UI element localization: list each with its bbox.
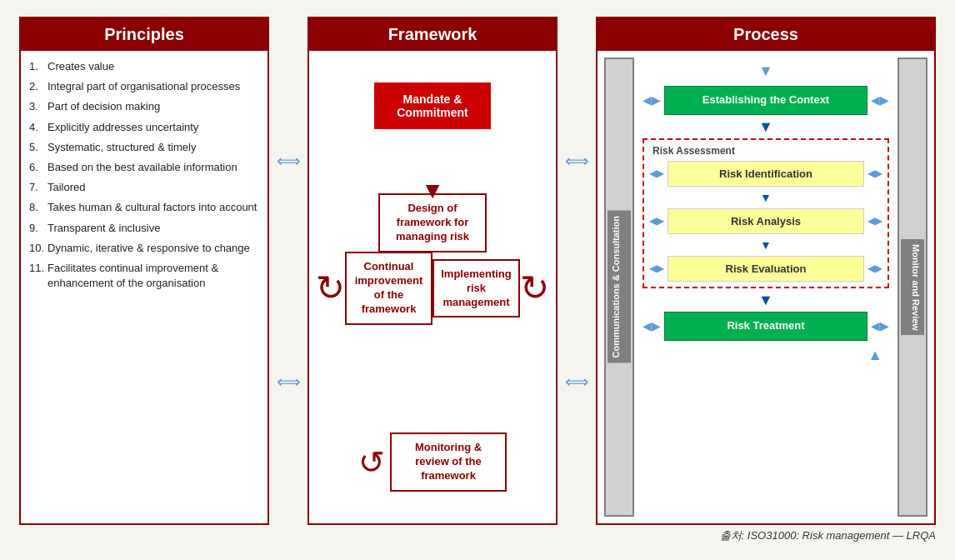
double-arrow-icon: ⟺: [277, 372, 301, 392]
right-arrow-icon: ◀▶: [868, 215, 882, 227]
list-item: 2.Integral part of organisational proces…: [29, 79, 259, 94]
list-item: 1.Creates value: [29, 59, 259, 74]
double-arrow-icon: ⟺: [565, 372, 589, 392]
up-arrow-icon: ▲: [868, 347, 882, 364]
risk-assessment-label: Risk Assessment: [649, 145, 882, 157]
principles-body: 1.Creates value 2.Integral part of organ…: [21, 51, 268, 523]
list-item: 8.Takes human & cultural factors into ac…: [29, 200, 259, 215]
down-arrow-icon: ▼: [642, 292, 889, 308]
framework-bottom-row: ↺ Monitoring & review of the framework: [316, 432, 549, 492]
right-blue-arrow-icon: ◀▶: [871, 93, 889, 107]
list-item: 4.Explicitly addresses uncertainty: [29, 120, 259, 135]
left-arrow-icon: ◀▶: [649, 215, 664, 227]
risk-treatment-row: ◀▶ Risk Treatment ◀▶: [642, 312, 889, 341]
communications-bar: Communications & Consultation: [604, 58, 634, 517]
list-item: 11.Facilitates continual improvement & e…: [29, 261, 259, 291]
left-arrow-icon: ◀▶: [649, 262, 664, 274]
mandate-box: Mandate & Commitment: [374, 82, 491, 129]
continual-box: Continual improvement of the framework: [345, 252, 432, 325]
main-container: Principles 1.Creates value 2.Integral pa…: [19, 17, 936, 525]
list-item: 9.Transparent & inclusive: [29, 221, 259, 236]
double-arrow-icon: ⟺: [277, 151, 301, 171]
principles-panel: Principles 1.Creates value 2.Integral pa…: [19, 17, 269, 525]
process-panel: Process Communications & Consultation ▼ …: [596, 17, 936, 525]
monitor-bar: Monitor and Review: [898, 58, 928, 517]
monitor-label: Monitor and Review: [901, 239, 924, 336]
list-item: 7.Tailored: [29, 180, 259, 195]
double-arrow-icon: ⟺: [565, 151, 589, 171]
principles-header: Principles: [21, 18, 268, 51]
right-blue-arrow-icon: ◀▶: [871, 319, 889, 332]
process-center: ▼ ◀▶ Establishing the Context ◀▶ ▼ Risk …: [639, 58, 892, 517]
inner-down-arrow-icon: ▼: [649, 238, 882, 252]
left-arrow-icon: ◀▶: [649, 168, 664, 179]
principles-list: 1.Creates value 2.Integral part of organ…: [29, 59, 259, 291]
risk-treatment-box: Risk Treatment: [664, 312, 868, 341]
framework-process-arrows: ⟺ ⟺: [564, 17, 589, 525]
process-body: Communications & Consultation ▼ ◀▶ Estab…: [598, 51, 934, 523]
risk-evaluation-row: ◀▶ Risk Evaluation ◀▶: [649, 256, 882, 282]
bottom-connector: ▲: [642, 347, 889, 364]
framework-header: Framework: [309, 18, 556, 51]
right-arrow-icon: ◀▶: [868, 168, 882, 179]
left-blue-arrow-icon: ◀▶: [642, 319, 661, 332]
framework-middle-row: ↺ Design of framework for managing risk …: [316, 252, 549, 325]
risk-analysis-row: ◀▶ Risk Analysis ◀▶: [649, 208, 882, 234]
down-arrow-icon: ▼: [642, 119, 889, 134]
framework-body: Mandate & Commitment ▼ ↺ Design of frame…: [309, 51, 556, 523]
establishing-box: Establishing the Context: [664, 86, 868, 115]
implementing-box: Implementing risk management: [432, 259, 520, 318]
right-arrow-icon: ◀▶: [868, 262, 882, 274]
curved-arrow-left-icon: ↺: [316, 271, 345, 306]
establishing-row: ◀▶ Establishing the Context ◀▶: [642, 86, 889, 115]
principles-framework-arrows: ⟺ ⟺: [276, 17, 301, 525]
top-blue-arrow-icon: ▼: [642, 62, 889, 80]
process-header: Process: [598, 18, 934, 51]
risk-evaluation-box: Risk Evaluation: [668, 256, 864, 282]
curved-arrow-right-icon: ↻: [520, 271, 549, 306]
risk-identification-row: ◀▶ Risk Identification ◀▶: [649, 161, 882, 187]
list-item: 5.Systematic, structured & timely: [29, 140, 259, 155]
framework-panel: Framework Mandate & Commitment ▼ ↺ Desig…: [308, 17, 558, 525]
list-item: 3.Part of decision making: [29, 99, 259, 114]
risk-assessment-wrapper: Risk Assessment ◀▶ Risk Identification ◀…: [642, 138, 889, 288]
left-blue-arrow-icon: ◀▶: [642, 93, 661, 107]
comm-label: Communications & Consultation: [608, 211, 631, 363]
list-item: 10.Dynamic, iterative & responsive to ch…: [29, 241, 259, 256]
footnote: 출처: ISO31000: Risk management — LRQA: [19, 528, 936, 543]
inner-down-arrow-icon: ▼: [649, 191, 882, 204]
curved-arrow-bottom-icon: ↺: [358, 447, 385, 478]
list-item: 6.Based on the best available informatio…: [29, 160, 259, 175]
monitoring-box: Monitoring & review of the framework: [390, 432, 507, 492]
design-box: Design of framework for managing risk: [378, 193, 487, 252]
risk-identification-box: Risk Identification: [668, 161, 864, 187]
risk-analysis-box: Risk Analysis: [668, 208, 864, 234]
